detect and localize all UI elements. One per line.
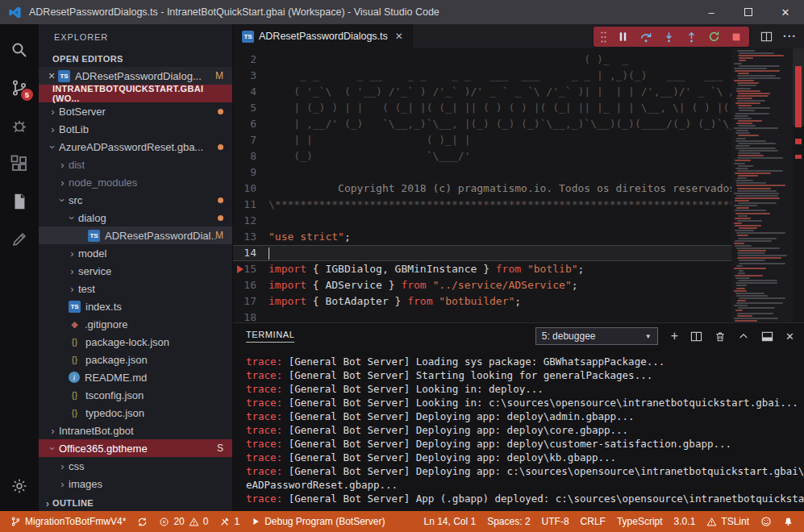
terminal-output[interactable]: trace: [General Bot Server] Loading sys … <box>233 349 804 511</box>
terminal-line: trace: [General Bot Server] Loading sys … <box>246 355 804 368</box>
kill-terminal-trash-icon[interactable] <box>714 330 726 343</box>
minimap[interactable] <box>731 48 793 322</box>
restart-button[interactable] <box>708 31 720 43</box>
notifications-bell-icon[interactable] <box>777 516 799 527</box>
edit-icon[interactable] <box>0 220 39 258</box>
file-tree: ›BotServer›BotLib›AzureADPasswordReset.g… <box>39 102 232 495</box>
tree-item-node-modules[interactable]: ›node_modules <box>39 173 232 191</box>
typescript-version[interactable]: 3.0.1 <box>669 516 702 527</box>
extensions-icon[interactable] <box>0 144 39 182</box>
tab-adresetpassworddialogs[interactable]: TS ADResetPasswordDialogs.ts ✕ <box>233 24 413 48</box>
tree-item-intranetbot-gbot[interactable]: ›IntranetBot.gbot <box>39 422 232 439</box>
encoding[interactable]: UTF-8 <box>536 516 575 527</box>
tree-item-package-lock-json[interactable]: {}package-lock.json <box>39 333 232 351</box>
terminal-select[interactable]: 5: debuggee ▼ <box>535 327 658 345</box>
close-button[interactable]: ✕ <box>767 0 804 24</box>
terminal-line: trace: [General Bot Server] Deploying ap… <box>246 437 804 451</box>
terminal-line: trace: [General Bot Server] Looking in: … <box>246 382 804 396</box>
new-terminal-button[interactable]: + <box>671 330 678 343</box>
open-editors-header[interactable]: OPEN EDITORS <box>39 51 232 67</box>
split-terminal-icon[interactable] <box>690 330 702 343</box>
tree-item-azureadpasswordreset-gba[interactable]: ›AzureADPasswordReset.gba... <box>39 138 232 156</box>
tree-item-dialog[interactable]: ›dialog <box>39 209 232 227</box>
tree-item-css[interactable]: ›css <box>39 457 232 475</box>
open-editor-item[interactable]: ✕ TS ADResetPasswordDialog... M <box>39 67 232 85</box>
tab-terminal[interactable]: TERMINAL <box>246 330 294 343</box>
window-title: ADResetPasswordDialogs.ts - IntranetBotQ… <box>29 6 439 18</box>
tree-item-label: AzureADPasswordReset.gba... <box>59 141 203 153</box>
maximize-button[interactable] <box>730 0 767 24</box>
tree-item-service[interactable]: ›service <box>39 262 232 280</box>
terminal-line: trace: [General Bot Server] App (.gbapp)… <box>246 492 804 505</box>
tree-item-label: IntranetBot.gbot <box>59 425 134 437</box>
json-file-icon: {} <box>69 337 81 347</box>
git-branch-status[interactable]: MigrationToBotFmwV4* <box>5 511 131 532</box>
tslint-status[interactable]: TSLint <box>701 516 755 527</box>
line-number: 4 <box>233 84 269 100</box>
modified-dot <box>218 109 223 114</box>
git-file-icon: ◆ <box>69 319 81 330</box>
tree-item-dist[interactable]: ›dist <box>39 156 232 173</box>
feedback-smiley-icon[interactable] <box>755 516 777 527</box>
sync-icon <box>137 517 148 527</box>
ts-file-icon: TS <box>58 70 70 82</box>
tree-item-adresetpassworddial[interactable]: TSADResetPasswordDial...M <box>39 227 232 244</box>
tree-item-index-ts[interactable]: TSindex.ts <box>39 297 232 315</box>
tree-item-src[interactable]: ›src <box>39 191 232 209</box>
source-control-icon[interactable]: 5 <box>0 69 39 106</box>
workspace-section-header[interactable]: INTRANETBOTQUICKSTART.GBAI (WO... <box>39 85 232 102</box>
tree-item-botlib[interactable]: ›BotLib <box>39 120 232 138</box>
tree-item-label: node_modules <box>69 177 137 189</box>
chevron-up-icon[interactable] <box>738 330 749 342</box>
stop-button[interactable] <box>731 31 742 43</box>
close-editor-icon[interactable]: ✕ <box>45 71 58 81</box>
editor-scrollbar[interactable] <box>793 48 804 322</box>
documents-icon[interactable] <box>0 182 39 220</box>
chevron-right-icon: › <box>56 177 69 188</box>
pause-button[interactable] <box>617 31 629 43</box>
debug-session-status[interactable]: Debug Program (BotServer) <box>245 511 390 532</box>
tree-item-test[interactable]: ›test <box>39 280 232 297</box>
tree-item-typedoc-json[interactable]: {}typedoc.json <box>39 404 232 422</box>
code-editor[interactable]: 2 ( )_ _3 _ _ _ __ _ _ _ _ ___ ___ _ _ |… <box>233 48 804 322</box>
json-file-icon: {} <box>69 355 81 364</box>
tree-item-package-json[interactable]: {}package.json <box>39 351 232 368</box>
sync-status[interactable] <box>131 511 153 532</box>
toolbar-grip-icon[interactable] <box>601 31 606 44</box>
code-text: \***************************************… <box>269 197 755 213</box>
toggle-panel-icon[interactable] <box>761 330 773 343</box>
tree-item-office365-gbtheme[interactable]: ›Office365.gbthemeS <box>39 439 232 457</box>
tree-item-label: package.json <box>85 354 148 366</box>
eol-sequence[interactable]: CRLF <box>575 516 611 527</box>
cursor-position[interactable]: Ln 14, Col 1 <box>418 516 481 527</box>
step-out-button[interactable] <box>685 31 698 44</box>
tree-item-model[interactable]: ›model <box>39 244 232 262</box>
tasks-status[interactable]: 1 <box>214 511 245 532</box>
tree-item-label: model <box>78 247 106 260</box>
problems-status[interactable]: 20 0 <box>153 511 214 532</box>
minimize-button[interactable]: – <box>693 0 730 24</box>
tree-item-readme-md[interactable]: iREADME.md <box>39 368 232 386</box>
code-line: 15import { IGBDialog, GBMinInstance } fr… <box>233 261 731 277</box>
tree-item-images[interactable]: ›images <box>39 475 232 493</box>
step-into-button[interactable] <box>663 31 675 44</box>
code-line: 16import { ADService } from "../service/… <box>233 277 731 293</box>
step-over-button[interactable] <box>639 31 652 44</box>
outline-header[interactable]: › OUTLINE <box>39 495 232 511</box>
tree-item-gitignore[interactable]: ◆.gitignore <box>39 315 232 333</box>
debug-icon[interactable] <box>0 106 39 144</box>
chevron-right-icon: › <box>47 124 59 135</box>
tree-item-tsconfig-json[interactable]: {}tsconfig.json <box>39 386 232 404</box>
close-panel-icon[interactable]: ✕ <box>785 330 794 343</box>
search-icon[interactable] <box>0 31 39 69</box>
tab-close-icon[interactable]: ✕ <box>395 31 403 42</box>
settings-gear-icon[interactable] <box>0 467 39 505</box>
indentation[interactable]: Spaces: 2 <box>481 516 535 527</box>
split-editor-icon[interactable] <box>760 31 773 43</box>
tree-item-botserver[interactable]: ›BotServer <box>39 102 232 120</box>
language-mode[interactable]: TypeScript <box>611 516 669 527</box>
code-line: 14 <box>233 245 731 261</box>
title-bar: ADResetPasswordDialogs.ts - IntranetBotQ… <box>0 0 804 24</box>
play-icon <box>251 517 260 526</box>
more-actions-icon[interactable]: ··· <box>783 30 797 43</box>
